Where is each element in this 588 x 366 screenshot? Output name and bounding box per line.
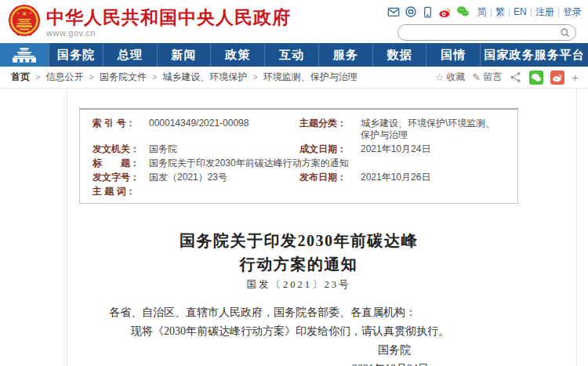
link-divider: | [557,6,560,17]
meta-label-index: 索 引 号： [93,116,149,142]
main-nav: 国务院 总理 新闻 政策 互动 服务 数据 国情 国家政务服务平台 [0,43,588,67]
signature-date: 2021年10月24日 [109,360,488,366]
document-body: 国务院关于印发2030年前碳达峰 行动方案的通知 国发〔2021〕23号 各省、… [79,229,518,366]
mobile-icon[interactable] [422,5,434,19]
meta-row-keywords: 主 题 词： [93,184,505,198]
meta-value-publish-date: 2021年10月26日 [361,170,505,184]
nav-item-news[interactable]: 新闻 [157,43,211,67]
breadcrumb-separator: > [252,72,257,82]
site-title: 中华人民共和国中央人民政府 [46,7,291,27]
breadcrumb-urban-env[interactable]: 城乡建设、环境保护 [162,71,247,82]
document-text: 各省、自治区、直辖市人民政府，国务院各部委、各直属机构： 现将《2030年前碳达… [79,303,518,366]
nav-item-gov-service-platform[interactable]: 国家政务服务平台 [480,43,588,67]
nav-item-premier[interactable]: 总理 [103,43,157,67]
page-actions: ☆ 收藏 ✎ 留言 [435,71,579,85]
more-share-button[interactable]: + [572,71,579,85]
gov-cn-page: ★ ★ ★ 中华人民共和国中央人民政府 www.gov.cn [0,0,588,366]
share-wechat-button[interactable] [529,71,543,85]
document-title-line1: 国务院关于印发2030年前碳达峰 [79,229,518,252]
favorite-button[interactable]: ☆ 收藏 [435,71,466,84]
site-url: www.gov.cn [46,28,291,38]
document-title: 国务院关于印发2030年前碳达峰 行动方案的通知 [79,229,518,276]
logo-text: 中华人民共和国中央人民政府 www.gov.cn [46,7,291,38]
svg-text:★: ★ [16,11,20,15]
meta-value-title: 国务院关于印发2030年前碳达峰行动方案的通知 [149,156,505,170]
meta-label-written-date: 成文日期： [299,142,361,156]
lang-english-link[interactable]: EN [514,6,527,17]
meta-value-doc-number: 国发（2021）23号 [149,170,299,184]
search-box[interactable] [397,24,576,41]
comment-label: 留言 [483,71,502,84]
breadcrumb-separator: > [35,72,40,82]
search-input[interactable] [406,26,560,39]
paragraph-addressees: 各省、自治区、直辖市人民政府，国务院各部委、各直属机构： [109,303,488,322]
meta-row-issuer: 发文机关： 国务院 成文日期： 2021年10月24日 [93,142,505,156]
nav-item-policy[interactable]: 政策 [210,43,264,67]
weibo-icon[interactable] [438,5,452,19]
breadcrumb-separator: > [89,72,93,82]
meta-row-index: 索 引 号： 000014349/2021-00098 主题分类： 城乡建设、环… [93,116,505,142]
meta-value-written-date: 2021年10月24日 [361,142,505,156]
breadcrumb-info-disclosure[interactable]: 信息公开 [45,71,83,82]
meta-label-title: 标 题： [93,156,149,170]
share-icon[interactable] [509,71,522,84]
meta-value-topic: 城乡建设、环境保护\环境监测、保护与治理 [361,116,505,142]
document-number: 国发〔2021〕23号 [79,278,518,292]
mail-icon[interactable] [387,5,400,19]
paragraph-notice: 现将《2030年前碳达峰行动方案》印发给你们，请认真贯彻执行。 [109,322,488,341]
meta-label-doc-number: 发文字号： [93,170,149,184]
svg-text:★: ★ [29,11,32,15]
meta-label-publish-date: 发布日期： [299,170,361,184]
svg-text:★: ★ [21,10,27,17]
national-emblem-icon: ★ ★ ★ [8,4,41,40]
document-page: 索 引 号： 000014349/2021-00098 主题分类： 城乡建设、环… [67,89,577,366]
meta-value-index: 000014349/2021-00098 [149,116,299,142]
wechat-icon[interactable] [456,5,470,19]
breadcrumb-env-monitoring[interactable]: 环境监测、保护与治理 [263,71,358,82]
site-header: ★ ★ ★ 中华人民共和国中央人民政府 www.gov.cn [0,0,588,43]
site-logo-link[interactable]: ★ ★ ★ 中华人民共和国中央人民政府 www.gov.cn [8,4,291,40]
nav-item-national-conditions[interactable]: 国情 [426,43,480,67]
link-divider: | [490,6,492,17]
breadcrumb-row: 首页>信息公开>国务院文件>城乡建设、环境保护>环境监测、保护与治理 ☆ 收藏 … [0,67,588,89]
favorite-label: 收藏 [446,71,465,84]
lang-links: 简|繁|EN|注册|登录 [477,5,582,19]
lang-simplified-link[interactable]: 简 [477,6,487,17]
nav-item-services[interactable]: 服务 [318,43,372,67]
star-icon: ☆ [435,71,445,83]
message-board-icon[interactable] [405,5,417,19]
login-link[interactable]: 登录 [563,6,582,17]
header-right: 简|繁|EN|注册|登录 [397,5,582,41]
breadcrumb-separator: > [152,72,157,82]
link-divider: | [530,6,532,17]
meta-row-title: 标 题： 国务院关于印发2030年前碳达峰行动方案的通知 [93,156,505,170]
signature-org: 国务院 [109,341,488,360]
meta-row-doc-number: 发文字号： 国发（2021）23号 发布日期： 2021年10月26日 [93,170,505,184]
document-title-line2: 行动方案的通知 [79,252,518,276]
nav-item-state-council[interactable]: 国务院 [49,43,103,67]
pencil-icon: ✎ [472,71,481,83]
lang-traditional-link[interactable]: 繁 [495,6,505,17]
meta-value-issuer: 国务院 [149,142,299,156]
meta-value-keywords [149,184,505,198]
meta-label-issuer: 发文机关： [93,142,149,156]
nav-item-interaction[interactable]: 互动 [264,43,318,67]
register-link[interactable]: 注册 [535,6,554,17]
link-divider: | [508,6,510,17]
quick-icons: 简|繁|EN|注册|登录 [397,5,582,19]
breadcrumb: 首页>信息公开>国务院文件>城乡建设、环境保护>环境监测、保护与治理 [11,71,358,84]
document-meta-table: 索 引 号： 000014349/2021-00098 主题分类： 城乡建设、环… [79,108,518,204]
search-icon[interactable] [560,27,571,38]
share-weibo-button[interactable] [550,71,564,85]
meta-label-topic: 主题分类： [299,116,361,142]
meta-label-keywords: 主 题 词： [93,184,149,198]
comment-button[interactable]: ✎ 留言 [472,71,502,84]
breadcrumb-home[interactable]: 首页 [11,71,30,82]
nav-item-data[interactable]: 数据 [372,43,426,67]
breadcrumb-state-council-documents[interactable]: 国务院文件 [100,71,147,82]
nav-home-tiananmen-icon[interactable] [0,43,49,67]
